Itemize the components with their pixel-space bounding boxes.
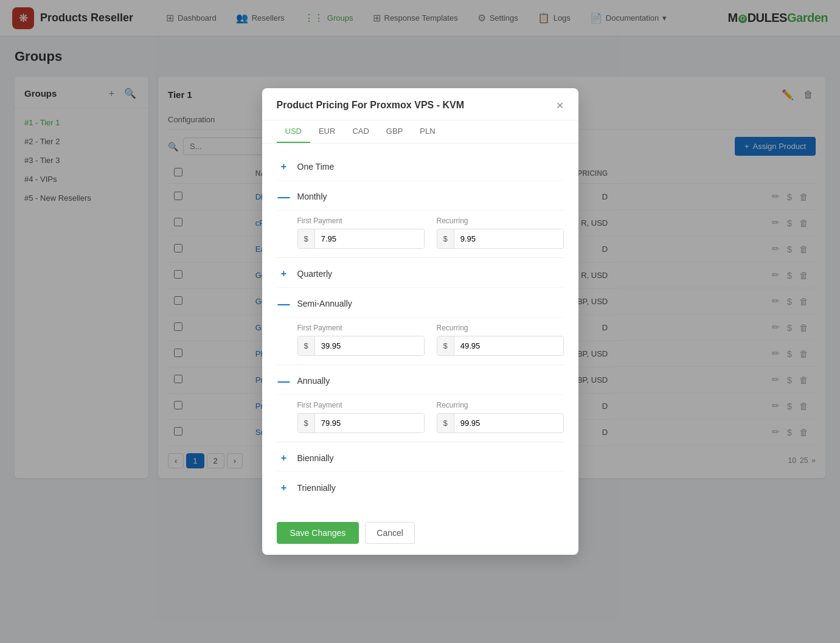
biennially-toggle-row[interactable]: + Biennially (277, 445, 564, 472)
annually-fields-row: First Payment $ Recurring $ (297, 401, 564, 433)
recurring-input-wrapper: $ (437, 229, 564, 249)
one-time-section: + One Time (277, 153, 564, 181)
monthly-section: — Monthly First Payment $ Recur (277, 183, 564, 258)
annually-first-payment-group: First Payment $ (297, 401, 425, 433)
semi-annually-collapse-icon: — (277, 296, 291, 311)
modal-body: + One Time — Monthly First Payment $ (262, 144, 578, 490)
currency-tabs: USD EUR CAD GBP PLN (262, 120, 578, 144)
annually-recurring-group: Recurring $ (437, 401, 564, 433)
semi-recurring-label: Recurring (437, 324, 564, 332)
semi-annually-section: — Semi-Annually First Payment $ (277, 290, 564, 365)
biennially-section: + Biennially (277, 445, 564, 472)
first-payment-prefix: $ (298, 229, 315, 248)
semi-annually-label: Semi-Annually (297, 299, 352, 308)
monthly-label: Monthly (297, 192, 327, 201)
annually-toggle-row[interactable]: — Annually (277, 367, 564, 395)
semi-annually-recurring-group: Recurring $ (437, 324, 564, 356)
one-time-label: One Time (297, 162, 335, 172)
annually-recurring-input[interactable] (454, 414, 563, 433)
annually-first-payment-prefix: $ (298, 414, 315, 433)
quarterly-label: Quarterly (297, 269, 333, 279)
annually-recurring-input-wrapper: $ (437, 413, 564, 433)
annually-first-payment-label: First Payment (297, 401, 425, 409)
biennially-label: Biennially (297, 453, 334, 463)
pricing-modal: Product Pricing For Proxmox VPS - KVM × … (262, 88, 578, 490)
semi-annually-toggle-row[interactable]: — Semi-Annually (277, 290, 564, 318)
semi-annually-recurring-input[interactable] (454, 336, 563, 355)
first-payment-input-wrapper: $ (297, 229, 425, 249)
recurring-prefix: $ (437, 229, 454, 248)
monthly-toggle-row[interactable]: — Monthly (277, 183, 564, 210)
modal-close-button[interactable]: × (557, 99, 564, 111)
tab-eur[interactable]: EUR (310, 120, 344, 143)
quarterly-expand-icon: + (277, 266, 291, 281)
one-time-toggle-row[interactable]: + One Time (277, 153, 564, 181)
recurring-label: Recurring (437, 217, 564, 225)
quarterly-toggle-row[interactable]: + Quarterly (277, 260, 564, 288)
monthly-fields: First Payment $ Recurring $ (277, 210, 564, 258)
modal-header: Product Pricing For Proxmox VPS - KVM × (262, 88, 578, 120)
tab-gbp[interactable]: GBP (378, 120, 411, 143)
monthly-recurring-group: Recurring $ (437, 217, 564, 249)
semi-recurring-input-wrapper: $ (437, 336, 564, 356)
annually-recurring-prefix: $ (437, 414, 454, 433)
semi-recurring-prefix: $ (437, 336, 454, 355)
biennially-expand-icon: + (277, 451, 291, 465)
monthly-recurring-input[interactable] (454, 229, 563, 248)
semi-first-payment-label: First Payment (297, 324, 425, 332)
annually-section: — Annually First Payment $ Recu (277, 367, 564, 442)
triennially-expand-icon: + (277, 481, 291, 490)
tab-cad[interactable]: CAD (344, 120, 377, 143)
monthly-first-payment-group: First Payment $ (297, 217, 425, 249)
semi-first-payment-input-wrapper: $ (297, 336, 425, 356)
monthly-fields-row: First Payment $ Recurring $ (297, 217, 564, 249)
annually-fields: First Payment $ Recurring $ (277, 395, 564, 442)
triennially-section: + Triennially (277, 474, 564, 490)
quarterly-section: + Quarterly (277, 260, 564, 288)
annually-collapse-icon: — (277, 374, 291, 388)
semi-annually-fields-row: First Payment $ Recurring $ (297, 324, 564, 356)
annually-recurring-label: Recurring (437, 401, 564, 409)
monthly-first-payment-input[interactable] (315, 229, 424, 248)
annually-first-payment-input-wrapper: $ (297, 413, 425, 433)
triennially-label: Triennially (297, 483, 336, 490)
semi-annually-first-payment-group: First Payment $ (297, 324, 425, 356)
modal-overlay[interactable]: Product Pricing For Proxmox VPS - KVM × … (0, 0, 840, 490)
semi-annually-first-payment-input[interactable] (315, 336, 424, 355)
tab-usd[interactable]: USD (277, 120, 310, 143)
semi-annually-fields: First Payment $ Recurring $ (277, 318, 564, 365)
annually-label: Annually (297, 376, 330, 386)
semi-first-payment-prefix: $ (298, 336, 315, 355)
first-payment-label: First Payment (297, 217, 425, 225)
tab-pln[interactable]: PLN (411, 120, 443, 143)
one-time-expand-icon: + (277, 159, 291, 174)
annually-first-payment-input[interactable] (315, 414, 424, 433)
modal-title: Product Pricing For Proxmox VPS - KVM (277, 100, 465, 111)
triennially-toggle-row[interactable]: + Triennially (277, 474, 564, 490)
monthly-collapse-icon: — (277, 189, 291, 204)
